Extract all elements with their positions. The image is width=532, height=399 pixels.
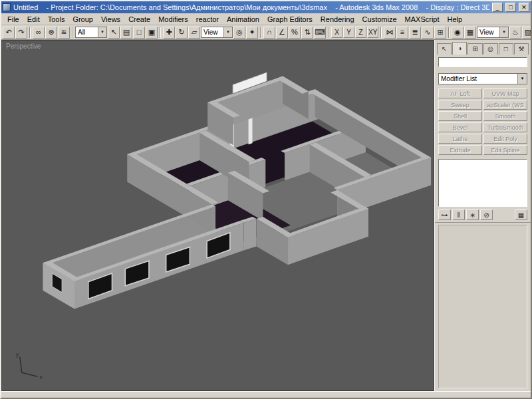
schematic-view-button[interactable]: ⊞: [434, 27, 446, 39]
modifier-button-lathe[interactable]: Lathe: [438, 134, 482, 144]
select-rotate-button[interactable]: ↻: [176, 27, 188, 39]
modifier-button-bevel[interactable]: Bevel: [438, 122, 482, 132]
modifier-list-label: Modifier List: [439, 75, 517, 82]
axis-x-button[interactable]: X: [331, 27, 342, 38]
angle-snap-button[interactable]: ∠: [276, 27, 288, 39]
configure-modifier-sets-button[interactable]: ▦: [515, 209, 527, 220]
show-end-result-button[interactable]: ‖: [452, 209, 465, 220]
menu-create[interactable]: Create: [124, 14, 154, 25]
modifier-button-edit-poly[interactable]: Edit Poly: [483, 134, 527, 144]
menu-maxscript[interactable]: MAXScript: [401, 14, 444, 25]
menu-modifiers[interactable]: Modifiers: [154, 14, 192, 25]
menu-animation[interactable]: Animation: [223, 14, 263, 25]
axis-z-button[interactable]: Z: [355, 27, 366, 38]
toolbar-separator: [328, 27, 329, 38]
tab-create[interactable]: ↖: [437, 43, 452, 55]
main-toolbar: ↶↷∞⊗≋All▼↖▤□▣✚↻▱View▼◎✦∩∠%⇅⌨XYZXY⋈≡≣∿⊞◉▦…: [1, 25, 531, 40]
chevron-down-icon: ▼: [517, 74, 527, 84]
layer-manager-button[interactable]: ≣: [409, 27, 421, 39]
render-type-dropdown[interactable]: View▼: [477, 27, 509, 38]
selection-filter-dropdown[interactable]: All▼: [75, 27, 107, 38]
select-and-link-button[interactable]: ∞: [33, 27, 45, 39]
remove-modifier-button[interactable]: ⊘: [480, 209, 493, 220]
menu-group[interactable]: Group: [68, 14, 97, 25]
chevron-down-icon: ▼: [98, 27, 106, 37]
modifier-button-sweep[interactable]: Sweep: [438, 100, 482, 110]
toolbar-separator: [260, 27, 261, 38]
menu-rendering[interactable]: Rendering: [317, 14, 358, 25]
spinner-snap-button[interactable]: ⇅: [301, 27, 313, 39]
command-panel-tabs: ↖◑⊞◎□⚒: [435, 40, 531, 55]
percent-snap-button[interactable]: %: [289, 27, 301, 39]
menu-views[interactable]: Views: [97, 14, 124, 25]
viewport-canvas: y x: [2, 41, 434, 390]
unlink-selection-button[interactable]: ⊗: [45, 27, 57, 39]
status-bar: [1, 391, 531, 398]
menu-edit[interactable]: Edit: [23, 14, 44, 25]
app-window: Untitled - Project Folder: C:\Documents …: [0, 0, 532, 399]
bind-to-space-warp-button[interactable]: ≋: [58, 27, 70, 39]
modifier-button-edit-spline[interactable]: Edit Spline: [483, 145, 527, 155]
rollout-area: [438, 225, 527, 388]
align-button[interactable]: ≡: [396, 27, 408, 39]
render-type-dropdown-value: View: [477, 29, 499, 36]
coord-system-dropdown[interactable]: View▼: [201, 27, 233, 38]
chevron-down-icon: ▼: [223, 27, 232, 37]
tab-motion[interactable]: ◎: [483, 43, 498, 55]
tab-display[interactable]: □: [499, 43, 513, 55]
axis-y-button[interactable]: Y: [343, 27, 354, 38]
curve-editor-button[interactable]: ∿: [422, 27, 434, 39]
undo-button[interactable]: ↶: [3, 27, 15, 39]
use-center-button[interactable]: ◎: [233, 27, 245, 39]
mirror-button[interactable]: ⋈: [384, 27, 396, 39]
pin-stack-button[interactable]: ⊶: [438, 209, 451, 220]
redo-button[interactable]: ↷: [15, 27, 27, 39]
app-icon: [3, 3, 11, 11]
menu-tools[interactable]: Tools: [44, 14, 69, 25]
modifier-list-dropdown[interactable]: Modifier List ▼: [438, 73, 527, 84]
select-move-button[interactable]: ✚: [163, 27, 175, 39]
modifier-stack-list[interactable]: [438, 159, 527, 207]
modifier-button-extrude[interactable]: Extrude: [438, 145, 482, 155]
modifier-stack-toolbar: ⊶‖∗⊘▦: [435, 208, 531, 223]
quick-render-button[interactable]: ♨: [509, 27, 521, 39]
menu-customize[interactable]: Customize: [358, 14, 401, 25]
object-name-field[interactable]: [438, 57, 527, 67]
close-button[interactable]: ✕: [519, 3, 529, 12]
minimize-button[interactable]: _: [492, 3, 503, 12]
menu-reactor[interactable]: reactor: [192, 14, 223, 25]
activeshade-button[interactable]: ▨: [522, 27, 531, 39]
modifier-button-grid: AF LoftUVW MapSweepapScaler (WSShellSmoo…: [435, 87, 531, 156]
title-bar: Untitled - Project Folder: C:\Documents …: [1, 1, 531, 13]
tab-utilities[interactable]: ⚒: [514, 43, 529, 55]
axis-y-label: y: [16, 351, 19, 358]
tab-modify[interactable]: ◑: [452, 42, 467, 55]
select-scale-button[interactable]: ▱: [188, 27, 200, 39]
modifier-button-shell[interactable]: Shell: [438, 111, 482, 121]
window-crossing-button[interactable]: ▣: [146, 27, 158, 39]
menu-help[interactable]: Help: [444, 14, 467, 25]
selection-region-button[interactable]: □: [133, 27, 145, 39]
keyboard-override-button[interactable]: ⌨: [314, 27, 326, 39]
select-object-button[interactable]: ↖: [108, 27, 120, 39]
tab-hierarchy[interactable]: ⊞: [467, 43, 482, 55]
modifier-button-af-loft[interactable]: AF Loft: [438, 88, 482, 98]
modifier-button-apscaler-ws[interactable]: apScaler (WS: [483, 100, 527, 110]
toolbar-separator: [160, 27, 161, 38]
axis-xy-button[interactable]: XY: [367, 27, 378, 38]
material-editor-button[interactable]: ◉: [452, 27, 464, 39]
menu-file[interactable]: File: [3, 14, 23, 25]
snap-toggle-button[interactable]: ∩: [263, 27, 275, 39]
axis-x-label: x: [39, 374, 43, 380]
make-unique-button[interactable]: ∗: [466, 209, 479, 220]
render-setup-button[interactable]: ▦: [464, 27, 476, 39]
modifier-button-turbosmooth[interactable]: TurboSmooth: [483, 122, 527, 132]
select-by-name-button[interactable]: ▤: [120, 27, 132, 39]
menu-graph-editors[interactable]: Graph Editors: [263, 14, 317, 25]
perspective-viewport[interactable]: Perspective: [1, 40, 434, 391]
select-manipulate-button[interactable]: ✦: [246, 27, 258, 39]
modifier-button-uvw-map[interactable]: UVW Map: [483, 88, 527, 98]
maximize-button[interactable]: □: [505, 3, 516, 12]
toolbar-separator: [448, 27, 450, 38]
modifier-button-smooth[interactable]: Smooth: [483, 111, 527, 121]
